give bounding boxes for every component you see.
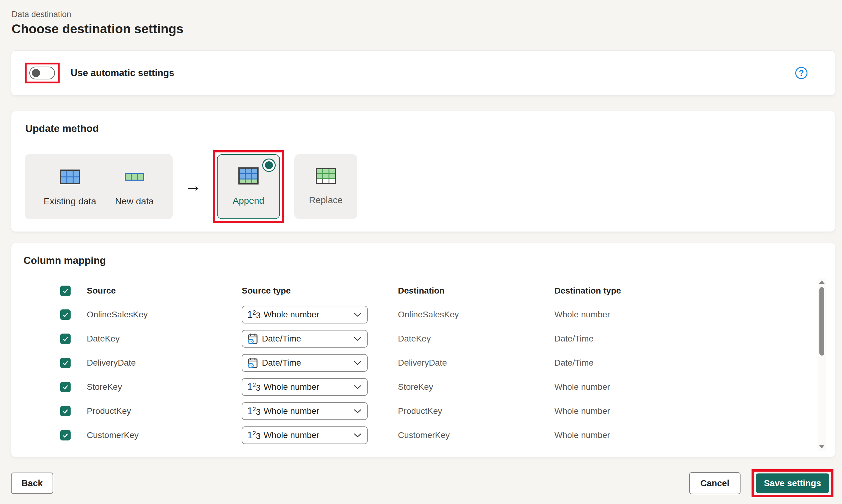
existing-data-label: Existing data xyxy=(44,196,96,206)
column-header-destination-type: Destination type xyxy=(555,286,621,296)
scrollbar-up-arrow-icon[interactable] xyxy=(819,281,825,284)
table-row: ProductKey 123 Whole number xyxy=(11,399,835,423)
select-all-checkbox[interactable] xyxy=(60,286,71,296)
replace-label: Replace xyxy=(309,195,343,205)
source-column-name: DateKey xyxy=(87,334,120,344)
table-row: DeliveryDate 123 Date/Time xyxy=(11,351,835,375)
number-123-icon: 123 xyxy=(247,382,260,392)
cancel-button[interactable]: Cancel xyxy=(689,472,740,494)
source-type-value: Whole number xyxy=(263,430,319,440)
append-label: Append xyxy=(232,196,264,206)
data-destination-page: Data destination Choose destination sett… xyxy=(0,0,842,497)
breadcrumb: Data destination xyxy=(12,10,835,19)
source-type-dropdown[interactable]: 123 Date/Time xyxy=(242,330,368,348)
automatic-settings-label: Use automatic settings xyxy=(71,68,174,78)
destination-column-name: DeliveryDate xyxy=(398,358,447,368)
destination-column-name: OnlineSalesKey xyxy=(398,310,459,320)
row-checkbox[interactable] xyxy=(60,406,71,416)
table-row: CustomerKey 123 Whole number xyxy=(11,423,835,447)
row-checkbox[interactable] xyxy=(60,430,71,440)
table-row: DateKey 123 Date/Time xyxy=(11,326,835,351)
destination-type-value: Whole number xyxy=(555,382,610,392)
back-button[interactable]: Back xyxy=(11,472,53,494)
source-column-name: StoreKey xyxy=(87,382,122,392)
source-type-dropdown[interactable]: 123 Whole number xyxy=(242,427,368,444)
update-method-card: Update method Existing data xyxy=(11,111,835,232)
save-highlight-box: Save settings xyxy=(752,469,834,497)
append-highlight-box: Append xyxy=(213,150,284,223)
source-column-name: OnlineSalesKey xyxy=(87,310,147,320)
number-123-icon: 123 xyxy=(247,310,260,319)
chevron-down-icon xyxy=(354,360,362,365)
save-settings-button[interactable]: Save settings xyxy=(756,473,829,493)
append-table-icon xyxy=(239,167,259,186)
source-type-dropdown[interactable]: 123 Whole number xyxy=(242,402,368,420)
scrollbar-thumb[interactable] xyxy=(819,287,824,356)
source-type-value: Whole number xyxy=(263,382,319,392)
source-type-dropdown[interactable]: 123 Whole number xyxy=(242,306,368,323)
number-123-icon: 123 xyxy=(247,406,260,416)
source-data-group: Existing data New data xyxy=(25,154,173,219)
append-radio-selected[interactable] xyxy=(262,159,276,172)
chevron-down-icon xyxy=(354,384,362,390)
source-type-value: Whole number xyxy=(263,310,319,320)
chevron-down-icon xyxy=(354,433,362,438)
column-mapping-card: Column mapping Source Source type Destin… xyxy=(11,243,835,457)
destination-type-value: Whole number xyxy=(555,310,610,320)
row-checkbox[interactable] xyxy=(60,309,71,320)
number-123-icon: 123 xyxy=(247,430,260,440)
update-method-row: Existing data New data → xyxy=(25,150,822,223)
row-checkbox[interactable] xyxy=(60,358,71,368)
update-method-heading: Update method xyxy=(25,122,822,135)
calendar-clock-icon xyxy=(247,332,259,345)
destination-column-name: CustomerKey xyxy=(398,430,450,440)
toggle-highlight-box xyxy=(25,62,59,84)
calendar-clock-icon xyxy=(247,357,259,369)
source-type-value: Whole number xyxy=(263,406,319,416)
destination-column-name: StoreKey xyxy=(398,382,433,392)
destination-type-value: Date/Time xyxy=(555,334,594,344)
column-mapping-heading: Column mapping xyxy=(23,254,835,267)
source-type-value: Date/Time xyxy=(262,358,301,368)
column-mapping-rows: OnlineSalesKey 123 Whole number xyxy=(11,299,835,447)
new-data-item: New data xyxy=(115,167,154,206)
column-header-source-type: Source type xyxy=(242,286,291,296)
source-column-name: DeliveryDate xyxy=(87,358,136,368)
destination-type-value: Whole number xyxy=(555,430,610,440)
destination-column-name: DateKey xyxy=(398,334,431,344)
source-type-value: Date/Time xyxy=(262,334,301,344)
row-checkbox[interactable] xyxy=(60,382,71,392)
source-type-dropdown[interactable]: 123 Whole number xyxy=(242,378,368,396)
update-method-option-append[interactable]: Append xyxy=(217,154,280,219)
help-icon[interactable]: ? xyxy=(795,67,807,79)
new-data-label: New data xyxy=(115,196,154,206)
table-row: StoreKey 123 Whole number xyxy=(11,375,835,399)
column-mapping-table: Source Source type Destination Destinati… xyxy=(11,283,835,447)
chevron-down-icon xyxy=(354,336,362,341)
footer-bar: Back Cancel Save settings xyxy=(11,469,835,497)
chevron-down-icon xyxy=(354,312,362,317)
column-header-destination: Destination xyxy=(398,286,444,296)
table-scrollbar[interactable] xyxy=(818,278,826,451)
arrow-right-icon: → xyxy=(184,175,202,196)
existing-data-item: Existing data xyxy=(44,167,96,206)
replace-table-icon xyxy=(316,168,336,185)
column-header-source: Source xyxy=(87,286,116,296)
scrollbar-down-arrow-icon[interactable] xyxy=(819,445,825,448)
new-data-row-icon xyxy=(125,167,144,187)
toggle-knob xyxy=(32,69,40,77)
column-mapping-header-row: Source Source type Destination Destinati… xyxy=(11,283,835,299)
source-column-name: CustomerKey xyxy=(87,430,139,440)
page-title: Choose destination settings xyxy=(12,22,835,36)
chevron-down-icon xyxy=(354,409,362,414)
automatic-settings-toggle[interactable] xyxy=(29,67,55,79)
automatic-settings-card: Use automatic settings ? xyxy=(11,50,835,96)
destination-type-value: Whole number xyxy=(555,406,610,416)
update-method-option-replace[interactable]: Replace xyxy=(294,154,357,219)
source-type-dropdown[interactable]: 123 Date/Time xyxy=(242,354,368,372)
destination-type-value: Date/Time xyxy=(555,358,594,368)
source-column-name: ProductKey xyxy=(87,406,131,416)
table-row: OnlineSalesKey 123 Whole number xyxy=(11,302,835,326)
destination-column-name: ProductKey xyxy=(398,406,442,416)
row-checkbox[interactable] xyxy=(60,334,71,344)
